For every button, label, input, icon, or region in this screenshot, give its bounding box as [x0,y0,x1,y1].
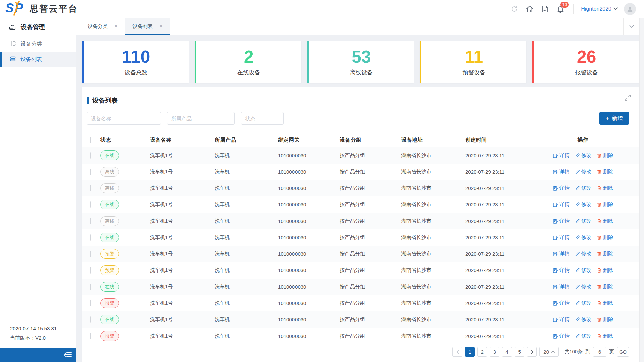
sidebar-item[interactable]: 设备分类 [0,36,76,52]
username-label: Hignton2020 [581,6,611,12]
trash-icon [597,219,602,224]
tab-list-dropdown-button[interactable] [623,18,639,35]
select-all-checkbox[interactable] [90,137,91,143]
delete-link[interactable]: 删除 [597,218,613,224]
tab-close-icon[interactable]: × [114,23,118,30]
expand-icon[interactable] [624,94,631,102]
edit-link[interactable]: 修改 [575,169,591,175]
detail-link[interactable]: 详情 [553,152,570,159]
row-checkbox[interactable] [90,251,91,257]
delete-link[interactable]: 删除 [597,316,613,323]
row-checkbox[interactable] [90,152,91,159]
edit-link[interactable]: 修改 [575,185,591,191]
status-input[interactable] [241,112,284,125]
row-checkbox[interactable] [90,218,91,224]
delete-link[interactable]: 删除 [597,300,613,306]
refresh-icon[interactable] [510,5,518,13]
delete-label: 删除 [603,234,613,241]
sidebar-item[interactable]: 设备列表 [0,52,76,67]
home-icon[interactable] [526,5,534,13]
product-cell: 洗车机 [215,152,278,159]
edit-link[interactable]: 修改 [575,284,591,290]
stat-label: 在线设备 [237,69,260,76]
delete-link[interactable]: 删除 [597,284,613,290]
scrollbar[interactable] [639,18,644,362]
gateway-cell: 1010000030 [278,218,340,224]
detail-link[interactable]: 详情 [553,218,570,224]
row-checkbox[interactable] [90,267,91,274]
detail-link[interactable]: 详情 [553,284,570,290]
next-page-button[interactable] [527,347,537,357]
device-name-cell: 洗车机1号 [150,169,215,175]
delete-link[interactable]: 删除 [597,267,613,274]
goto-page-input[interactable] [593,347,606,357]
table-row: 在线 洗车机1号 洗车机 1010000030 按产品分组 湖南省长沙市 202… [82,229,639,246]
detail-label: 详情 [559,169,570,175]
edit-icon [575,153,580,158]
detail-link[interactable]: 详情 [553,185,570,191]
collapse-sidebar-button[interactable] [59,348,76,362]
page-button-4[interactable]: 4 [502,347,512,357]
created-cell: 2020-07-29 23:11 [465,317,527,322]
delete-link[interactable]: 删除 [597,251,613,257]
delete-link[interactable]: 删除 [597,152,613,159]
address-cell: 湖南省长沙市 [401,185,465,191]
edit-link[interactable]: 修改 [575,234,591,241]
row-checkbox[interactable] [90,201,91,208]
page-button-5[interactable]: 5 [515,347,524,357]
page-button-2[interactable]: 2 [477,347,487,357]
go-button[interactable]: GO [617,347,629,357]
edit-link[interactable]: 修改 [575,316,591,323]
prev-page-button[interactable] [452,347,462,357]
detail-link[interactable]: 详情 [553,169,570,175]
col-actions: 操作 [527,134,639,147]
avatar[interactable] [624,3,636,15]
edit-link[interactable]: 修改 [575,333,591,339]
bell-icon[interactable]: 10 [556,5,565,13]
delete-link[interactable]: 删除 [597,169,613,175]
detail-link[interactable]: 详情 [553,267,570,274]
page-size-select[interactable]: 20 [539,347,559,357]
document-icon[interactable] [541,5,549,13]
delete-link[interactable]: 删除 [597,234,613,241]
detail-link[interactable]: 详情 [553,316,570,323]
product-cell: 洗车机 [215,185,278,191]
delete-link[interactable]: 删除 [597,185,613,191]
detail-link[interactable]: 详情 [553,251,570,257]
delete-link[interactable]: 删除 [597,201,613,208]
edit-link[interactable]: 修改 [575,152,591,159]
row-checkbox[interactable] [90,284,91,290]
device-name-input[interactable] [87,112,161,125]
row-checkbox[interactable] [90,333,91,339]
detail-link[interactable]: 详情 [553,333,570,339]
panel-title: 设备列表 [87,96,118,105]
edit-label: 修改 [581,267,591,274]
detail-link[interactable]: 详情 [553,300,570,306]
detail-link[interactable]: 详情 [553,201,570,208]
detail-link[interactable]: 详情 [553,234,570,241]
user-menu[interactable]: Hignton2020 [581,6,618,12]
page-button-1[interactable]: 1 [465,347,475,357]
product-input[interactable] [167,112,235,125]
tab[interactable]: 设备分类 × [80,18,125,35]
edit-link[interactable]: 修改 [575,251,591,257]
delete-link[interactable]: 删除 [597,333,613,339]
row-checkbox[interactable] [90,300,91,306]
edit-link[interactable]: 修改 [575,201,591,208]
tab[interactable]: 设备列表 × [125,18,170,35]
page-button-3[interactable]: 3 [490,347,499,357]
edit-link[interactable]: 修改 [575,267,591,274]
edit-link[interactable]: 修改 [575,218,591,224]
row-checkbox[interactable] [90,234,91,241]
group-cell: 按产品分组 [340,234,401,241]
page-size-value: 20 [543,349,549,355]
tab-close-icon[interactable]: × [159,23,163,30]
row-checkbox[interactable] [90,169,91,175]
status-badge: 在线 [100,282,119,291]
add-device-button[interactable]: + 新增 [599,112,629,125]
trash-icon [597,235,602,240]
row-checkbox[interactable] [90,316,91,323]
edit-link[interactable]: 修改 [575,300,591,306]
detail-label: 详情 [559,333,570,339]
row-checkbox[interactable] [90,185,91,191]
